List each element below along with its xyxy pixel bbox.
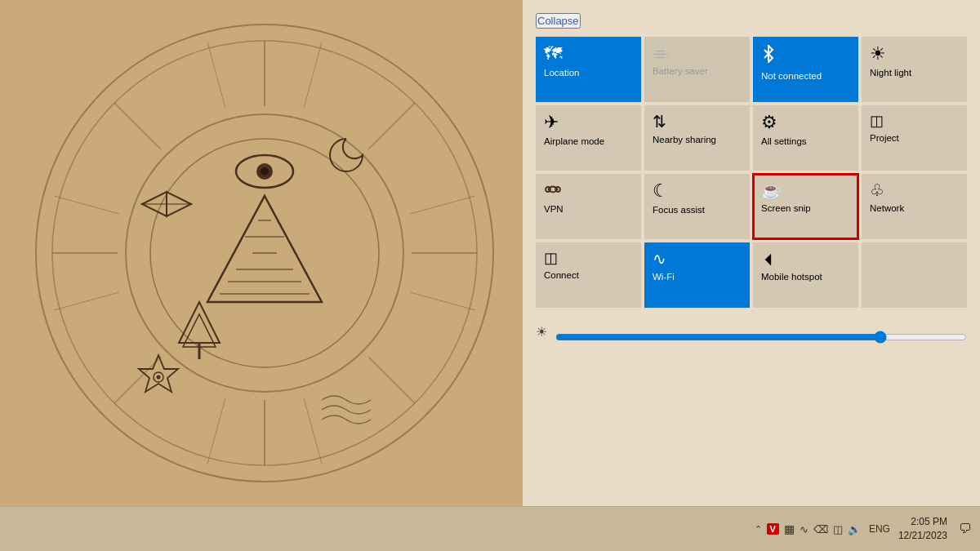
wifi-icon: ∿ [653,251,666,267]
tile-screen-snip[interactable]: ☕ Screen snip [753,174,858,239]
tile-night-light-label: Night light [870,68,911,79]
svg-point-24 [261,167,269,176]
tile-mobile-hotspot[interactable]: ⏴ Mobile hotspot [753,242,858,308]
collapse-button[interactable]: Collapse [536,13,581,29]
tile-network-label: Network [870,203,904,215]
tile-settings-label: All settings [761,136,807,148]
network-icon: ♧ [870,182,884,198]
tile-project[interactable]: ◫ Project [862,105,967,171]
night-light-icon: ☀ [870,45,886,63]
tile-wifi[interactable]: ∿ Wi-Fi [644,242,750,308]
tile-wifi-label: Wi-Fi [653,272,675,283]
tile-nearby-label: Nearby sharing [653,135,716,146]
device-taskbar-icon[interactable]: ⌫ [813,523,828,535]
tile-focus-assist[interactable]: ☾ Focus assist [644,174,750,239]
tile-project-label: Project [870,133,899,144]
tile-airplane-label: Airplane mode [544,136,604,148]
brightness-slider[interactable] [555,331,967,344]
tile-bluetooth-label: Not connected [761,71,822,82]
tile-nearby-sharing[interactable]: ⇅ Nearby sharing [644,105,750,171]
wifi-taskbar-icon[interactable]: ∿ [800,523,808,535]
tile-empty [862,242,967,308]
tile-all-settings[interactable]: ⚙ All settings [753,105,858,171]
bluetooth-icon [761,45,776,66]
battery-icon: ⌯ [653,45,669,61]
chevron-up-icon[interactable]: ⌃ [755,524,762,535]
nearby-sharing-icon: ⇅ [653,113,666,130]
location-icon: 🗺 [544,45,562,63]
settings-icon: ⚙ [761,113,777,131]
svg-point-40 [157,375,161,380]
tile-vpn[interactable]: VPN [536,174,641,239]
screen-snip-icon: ☕ [761,182,782,198]
vpn-icon [544,182,562,199]
tile-focus-label: Focus assist [653,205,705,216]
airplane-icon: ✈ [544,113,559,131]
wallpaper-area [0,0,529,506]
tile-battery-saver[interactable]: ⌯ Battery saver [644,37,750,102]
hotspot-icon: ⏴ [761,251,777,267]
tile-network[interactable]: ♧ Network [862,174,967,239]
brightness-low-icon: ☀ [536,324,547,340]
tile-vpn-label: VPN [544,204,564,216]
brightness-control: ☀ [536,321,967,343]
brightness-slider-container [555,331,967,334]
project-icon: ◫ [870,113,884,128]
tile-battery-label: Battery saver [653,66,708,78]
clock-date: 12/21/2023 [898,529,947,543]
taskbar-window-icon[interactable]: ▦ [784,522,795,535]
tile-connect[interactable]: ◫ Connect [536,242,641,308]
taskbar-clock[interactable]: 2:05 PM 12/21/2023 [898,515,947,543]
language-indicator[interactable]: ENG [869,523,890,535]
taskbar: ⌃ V ▦ ∿ ⌫ ◫ 🔊 ENG 2:05 PM 12/21/2023 🗩 [0,506,980,551]
notification-center-icon[interactable]: 🗩 [959,522,972,536]
tile-airplane[interactable]: ✈ Airplane mode [536,105,641,171]
connect-icon: ◫ [544,251,558,265]
tile-hotspot-label: Mobile hotspot [761,272,822,283]
tile-night-light[interactable]: ☀ Night light [862,37,967,102]
notification-area: ⌃ V ▦ ∿ ⌫ ◫ 🔊 ENG 2:05 PM 12/21/2023 🗩 [755,515,972,543]
monitor-taskbar-icon[interactable]: ◫ [833,523,843,535]
clock-time: 2:05 PM [898,515,947,529]
tile-location[interactable]: 🗺 Location [536,37,641,102]
tile-bluetooth[interactable]: Not connected [753,37,858,102]
tile-snip-label: Screen snip [761,203,811,215]
vivaldi-icon[interactable]: V [767,523,779,535]
tile-connect-label: Connect [544,270,579,282]
tile-location-label: Location [544,68,579,79]
focus-assist-icon: ☾ [653,182,669,200]
action-center-panel: Collapse 🗺 Location ⌯ Battery saver Not … [523,0,980,506]
quick-actions-grid: 🗺 Location ⌯ Battery saver Not connected… [536,37,967,308]
volume-taskbar-icon[interactable]: 🔊 [848,523,861,535]
